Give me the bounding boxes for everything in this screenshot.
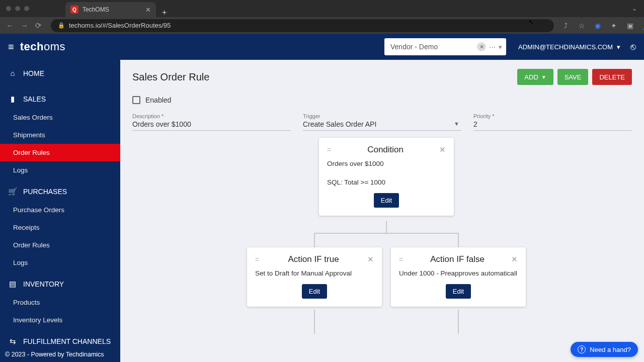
iftrue-title: Action IF true: [260, 254, 367, 264]
tabs-overflow-icon[interactable]: ⌄: [632, 5, 637, 12]
sidebar-sales[interactable]: ▮SALES: [0, 89, 120, 109]
vendor-select[interactable]: Vendor - Demo ✕ ⋯ ▾: [384, 38, 506, 55]
condition-edit-button[interactable]: Edit: [374, 193, 399, 208]
sidebar-item-label: Receipts: [13, 224, 40, 231]
clear-vendor-icon[interactable]: ✕: [477, 42, 486, 51]
sidebar-item-sales-logs[interactable]: Logs: [0, 161, 120, 179]
iftrue-desc: Set to Draft for Manual Approval: [255, 269, 374, 277]
drag-handle-icon[interactable]: =: [255, 255, 260, 263]
sidebar-item-label: Products: [13, 299, 40, 306]
close-icon[interactable]: ✕: [367, 255, 374, 264]
extension-icon[interactable]: ◉: [593, 22, 602, 30]
add-button-label: ADD: [524, 73, 538, 81]
close-icon[interactable]: ✕: [439, 145, 446, 154]
sidebar-item-inventory-levels[interactable]: Inventory Levels: [0, 311, 120, 329]
sidebar-home-label: HOME: [23, 69, 44, 77]
sidebar-item-label: Order Rules: [13, 241, 50, 249]
vendor-more-icon[interactable]: ⋯: [489, 43, 496, 51]
page-title: Sales Order Rule: [132, 71, 209, 83]
address-bar[interactable]: 🔒 techoms.io/#/SalesOrderRoutes/95: [51, 19, 554, 32]
save-button[interactable]: SAVE: [557, 69, 589, 85]
condition-desc: Orders over $1000: [327, 160, 446, 167]
profile-icon[interactable]: 👤: [641, 22, 644, 30]
tab-title: TechOMS: [83, 6, 109, 13]
sidebar-item-label: Logs: [13, 259, 28, 266]
sidebar-purchases-label: PURCHASES: [23, 188, 67, 196]
vendor-dropdown-icon[interactable]: ▾: [499, 43, 502, 51]
close-window-icon[interactable]: [6, 6, 11, 11]
priority-input[interactable]: [473, 119, 632, 131]
panel-icon[interactable]: ▣: [625, 22, 634, 30]
vendor-label: Vendor - Demo: [390, 43, 438, 51]
trigger-label: Trigger: [303, 113, 461, 119]
sidebar-item-label: Shipments: [13, 131, 45, 139]
add-button[interactable]: ADD▼: [517, 69, 553, 85]
trigger-select[interactable]: [303, 119, 461, 131]
help-button[interactable]: ? Need a hand?: [571, 342, 638, 357]
sidebar-item-label: Logs: [13, 166, 28, 174]
edit-button-label: Edit: [309, 288, 320, 295]
chevron-down-icon: ▼: [541, 74, 546, 80]
close-icon[interactable]: ✕: [511, 255, 518, 264]
sidebar-item-purchase-logs[interactable]: Logs: [0, 254, 120, 272]
back-button[interactable]: ←: [6, 21, 14, 30]
condition-sql: SQL: Total >= 1000: [327, 178, 446, 186]
rule-diagram: = Condition ✕ Orders over $1000 SQL: Tot…: [120, 138, 644, 349]
condition-title: Condition: [332, 145, 439, 155]
sidebar-inventory[interactable]: ▤INVENTORY: [0, 275, 120, 294]
edit-button-label: Edit: [381, 197, 392, 204]
browser-tab[interactable]: Q TechOMS ✕: [65, 2, 156, 17]
cart-icon: 🛒: [8, 187, 17, 196]
content: Sales Order Rule ADD▼ SAVE DELETE Enable…: [120, 60, 644, 362]
forward-button[interactable]: →: [21, 21, 28, 30]
description-input[interactable]: [132, 119, 291, 131]
sales-icon: ▮: [8, 95, 17, 104]
sidebar-home[interactable]: ⌂HOME: [0, 64, 120, 82]
sidebar-item-label: Order Rules: [13, 149, 50, 156]
edit-button-label: Edit: [453, 288, 464, 295]
iftrue-edit-button[interactable]: Edit: [302, 284, 327, 299]
description-label: Description *: [132, 113, 291, 119]
maximize-window-icon[interactable]: [24, 6, 29, 11]
window-controls: [6, 6, 29, 11]
checkbox-icon: [132, 96, 140, 104]
user-dropdown-icon: ▾: [617, 43, 620, 51]
sidebar-item-receipts[interactable]: Receipts: [0, 219, 120, 236]
tab-close-icon[interactable]: ✕: [145, 6, 151, 14]
extensions-icon[interactable]: ✦: [609, 22, 618, 30]
bookmark-icon[interactable]: ☆: [577, 22, 586, 30]
sidebar-item-purchase-order-rules[interactable]: Order Rules: [0, 236, 120, 254]
sidebar-item-products[interactable]: Products: [0, 294, 120, 311]
inventory-icon: ▤: [8, 280, 17, 289]
save-button-label: SAVE: [565, 73, 582, 81]
new-tab-button[interactable]: +: [162, 8, 167, 17]
drag-handle-icon[interactable]: =: [399, 255, 404, 263]
drag-handle-icon[interactable]: =: [327, 146, 332, 154]
priority-label: Priority *: [473, 113, 632, 119]
sidebar-fulfillment-label: FULFILLMENT CHANNELS: [23, 337, 111, 345]
sidebar-item-shipments[interactable]: Shipments: [0, 126, 120, 144]
enabled-checkbox[interactable]: Enabled: [132, 96, 632, 104]
tab-strip: Q TechOMS ✕ +: [65, 0, 167, 17]
user-menu[interactable]: ADMIN@TECHDINAMICS.COM ▾: [518, 43, 620, 51]
action-if-true-card: = Action IF true ✕ Set to Draft for Manu…: [247, 247, 382, 307]
sidebar-sales-label: SALES: [23, 95, 46, 103]
sidebar-item-purchase-orders[interactable]: Purchase Orders: [0, 201, 120, 219]
sidebar: ⌂HOME ▮SALES Sales Orders Shipments Orde…: [0, 60, 120, 362]
browser-toolbar: ← → ⟳ 🔒 techoms.io/#/SalesOrderRoutes/95…: [0, 17, 644, 34]
reload-button[interactable]: ⟳: [35, 21, 42, 30]
help-label: Need a hand?: [590, 346, 631, 353]
app-logo: techoms: [20, 40, 65, 53]
hamburger-icon[interactable]: ≡: [8, 41, 14, 53]
delete-button-label: DELETE: [599, 73, 625, 81]
minimize-window-icon[interactable]: [15, 6, 20, 11]
logout-icon[interactable]: ⎋: [630, 42, 636, 52]
sidebar-purchases[interactable]: 🛒PURCHASES: [0, 182, 120, 201]
delete-button[interactable]: DELETE: [592, 69, 632, 85]
share-icon[interactable]: ⤴: [561, 22, 570, 30]
sidebar-item-order-rules[interactable]: Order Rules: [0, 144, 120, 161]
sidebar-inventory-label: INVENTORY: [23, 280, 64, 288]
iffalse-edit-button[interactable]: Edit: [446, 284, 471, 299]
sidebar-item-sales-orders[interactable]: Sales Orders: [0, 109, 120, 126]
browser-tab-bar: Q TechOMS ✕ + ⌄: [0, 0, 644, 17]
